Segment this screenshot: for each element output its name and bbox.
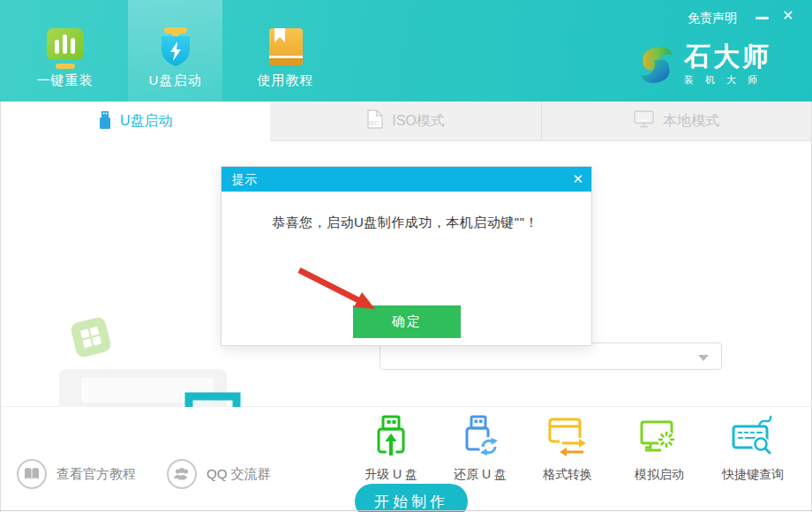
chevron-down-icon — [698, 355, 709, 361]
brand-logo-icon — [635, 41, 676, 91]
brand: 石大师 装机大师 — [635, 41, 771, 91]
tool-restore-usb[interactable]: 还原 U 盘 — [436, 415, 524, 483]
tool-label: 升级 U 盘 — [347, 467, 435, 483]
disclaimer-link[interactable]: 免责声明 — [688, 11, 737, 26]
shield-bolt-icon — [128, 26, 222, 71]
tool-simulate-boot[interactable]: 模拟启动 — [615, 415, 703, 483]
link-label: QQ 交流群 — [207, 466, 271, 483]
link-label: 查看官方教程 — [56, 466, 136, 483]
simulate-boot-icon — [638, 447, 680, 462]
svg-text:ISO: ISO — [369, 120, 379, 126]
tool-upgrade-usb[interactable]: 升级 U 盘 — [347, 415, 435, 483]
link-qq-group[interactable]: QQ 交流群 — [167, 459, 271, 489]
device-select[interactable] — [380, 343, 722, 370]
monitor-icon — [634, 110, 655, 132]
open-book-icon — [17, 459, 47, 489]
top-tab-label: 一键重装 — [18, 72, 112, 89]
mode-tab-bar: U盘启动 ISO ISO模式 本地模式 — [0, 102, 812, 141]
window-border-left — [0, 102, 1, 512]
dialog-close-icon[interactable]: ✕ — [572, 167, 583, 192]
tool-label: 模拟启动 — [615, 467, 703, 483]
dialog-message: 恭喜您，启动U盘制作成功，本机启动键""！ — [272, 215, 538, 231]
mode-tab-local[interactable]: 本地模式 — [541, 102, 812, 141]
start-make-button[interactable]: 开始制作 — [355, 484, 468, 512]
top-tab-tutorial[interactable]: 使用教程 — [238, 0, 333, 102]
tool-label: 快捷键查询 — [709, 467, 797, 483]
brand-subtitle: 装机大师 — [684, 73, 771, 87]
app-window: 一键重装 U盘启动 — [0, 0, 812, 512]
top-tab-label: U盘启动 — [128, 72, 222, 89]
top-tab-usb-boot[interactable]: U盘启动 — [128, 0, 222, 102]
usb-drive-icon — [98, 110, 112, 133]
usb-upgrade-icon — [370, 447, 412, 462]
prompt-dialog: 提示 ✕ 恭喜您，启动U盘制作成功，本机启动键""！ 确定 — [221, 166, 592, 346]
dialog-title: 提示 — [232, 172, 257, 186]
group-people-icon — [167, 459, 197, 489]
mode-tab-usb-boot[interactable]: U盘启动 — [0, 102, 270, 141]
tool-hotkey-query[interactable]: 快捷键查询 — [709, 415, 797, 483]
windows-chip-icon — [70, 316, 112, 358]
link-official-tutorial[interactable]: 查看官方教程 — [17, 459, 136, 489]
dialog-header: 提示 ✕ — [222, 167, 591, 192]
title-bar: 一键重装 U盘启动 — [0, 0, 812, 102]
tool-label: 格式转换 — [523, 467, 612, 483]
mode-tab-label: U盘启动 — [120, 112, 173, 131]
ok-button[interactable]: 确定 — [353, 305, 461, 338]
bar-chart-icon — [18, 26, 112, 71]
top-tab-label: 使用教程 — [238, 72, 333, 89]
brand-name: 石大师 — [684, 41, 771, 72]
mode-tab-iso[interactable]: ISO ISO模式 — [270, 102, 540, 141]
tool-format-convert[interactable]: 格式转换 — [523, 415, 612, 483]
mode-tab-label: 本地模式 — [663, 112, 719, 131]
top-tab-one-key-reinstall[interactable]: 一键重装 — [18, 0, 112, 102]
close-button[interactable]: ✕ — [782, 7, 793, 25]
tool-label: 还原 U 盘 — [436, 467, 524, 483]
window-border-bottom — [0, 510, 812, 511]
mode-tab-label: ISO模式 — [392, 112, 445, 131]
minimize-button[interactable] — [756, 17, 769, 19]
hotkey-search-icon — [732, 447, 774, 462]
usb-restore-icon — [459, 447, 501, 462]
format-convert-icon — [546, 447, 589, 462]
book-icon — [238, 26, 333, 71]
iso-file-icon: ISO — [366, 109, 384, 132]
